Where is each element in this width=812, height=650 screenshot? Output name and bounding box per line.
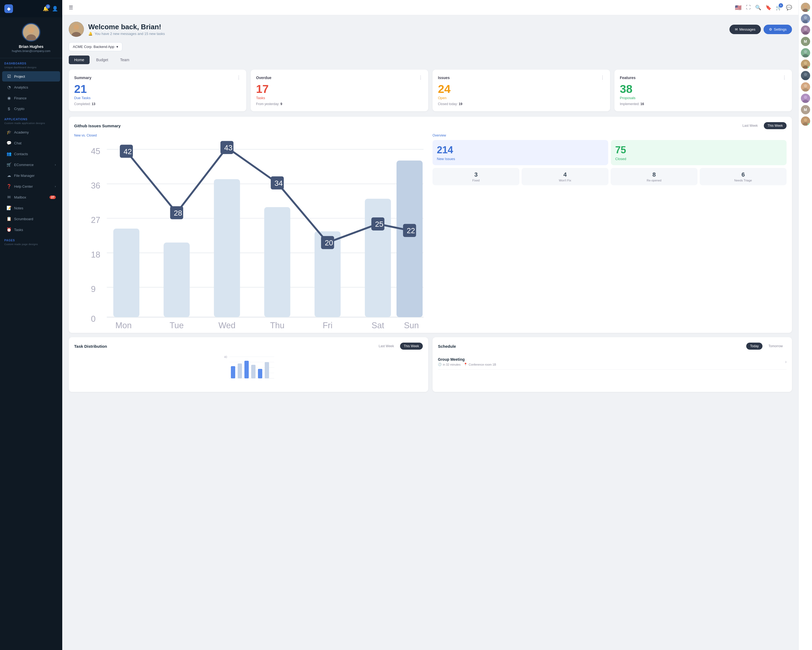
sidebar-item-label: Mailbox [14, 195, 26, 199]
sidebar-item-finance[interactable]: ◉ Finance [2, 93, 60, 103]
messages-button[interactable]: ✉ Messages [730, 24, 761, 34]
right-avatar-bar: M M [798, 0, 812, 650]
search-button[interactable]: 🔍 [755, 5, 761, 11]
right-avatar-m1[interactable]: M [801, 37, 810, 46]
issues-card: Issues ⋮ 24 Open Closed today: 19 [432, 70, 610, 111]
tab-team[interactable]: Team [115, 55, 135, 64]
card-title: Features [620, 76, 635, 80]
sidebar-item-crypto[interactable]: $ Crypto [2, 104, 60, 114]
task-last-week-button[interactable]: Last Week [375, 343, 398, 350]
features-label: Proposals [620, 96, 786, 100]
location-icon: 📍 [464, 362, 467, 366]
overdue-card: Overdue ⋮ 17 Tasks From yesterday: 9 [250, 70, 428, 111]
language-flag[interactable]: 🇺🇸 [735, 5, 742, 11]
right-avatar-5[interactable] [801, 48, 810, 57]
sidebar-item-label: ECommerce [14, 163, 34, 167]
app-logo[interactable]: ◆ [4, 5, 13, 13]
card-menu-button[interactable]: ⋮ [600, 75, 605, 80]
svg-point-65 [804, 28, 807, 31]
right-avatar-3[interactable] [801, 26, 810, 35]
card-menu-button[interactable]: ⋮ [782, 75, 786, 80]
svg-point-4 [73, 24, 79, 30]
bookmark-button[interactable]: 🔖 [765, 5, 771, 11]
tab-budget[interactable]: Budget [91, 55, 113, 64]
svg-rect-54 [244, 361, 249, 378]
right-avatar-8[interactable] [801, 82, 810, 92]
summary-sub: Completed: 13 [74, 102, 241, 106]
lower-row: Task Distribution Last Week This Week 40 [69, 337, 792, 392]
issues-label: Open [438, 96, 605, 100]
schedule-time: 🕐 in 32 minutes [438, 362, 460, 366]
fullscreen-button[interactable]: ⛶ [746, 5, 751, 10]
right-avatar-7[interactable] [801, 71, 810, 80]
right-avatar-1[interactable] [801, 3, 810, 12]
sidebar-item-label: Finance [14, 96, 26, 100]
issues-number: 24 [438, 83, 605, 95]
sidebar-item-mailbox[interactable]: ✉ Mailbox 27 [2, 192, 60, 202]
sidebar-item-analytics[interactable]: ◔ Analytics [2, 82, 60, 92]
svg-rect-20 [214, 179, 240, 317]
features-card: Features ⋮ 38 Proposals Implemented: 16 [614, 70, 792, 111]
academy-icon: 🎓 [6, 130, 11, 135]
sidebar-item-scrumboard[interactable]: 📋 Scrumboard [2, 214, 60, 224]
card-menu-button[interactable]: ⋮ [418, 75, 423, 80]
sidebar-item-contacts[interactable]: 👥 Contacts [2, 149, 60, 159]
svg-point-77 [804, 84, 807, 87]
this-week-button[interactable]: This Week [764, 122, 786, 129]
sidebar-item-tasks[interactable]: ⏰ Tasks [2, 225, 60, 235]
sidebar-item-filemanager[interactable]: ☁ File Manager [2, 170, 60, 180]
schedule-panel: Schedule Today Tomorrow Group Meeting 🕐 … [432, 337, 792, 392]
applications-sub: Custom made application designs [0, 122, 62, 127]
user-icon[interactable]: 👤 [52, 6, 58, 12]
triage-number: 6 [702, 171, 785, 178]
right-avatar-m2[interactable]: M [801, 105, 810, 114]
sidebar-item-project[interactable]: ☑ Project [2, 71, 60, 81]
wontfix-stat: 4 Won't Fix [522, 168, 609, 185]
notifications-button[interactable]: 🔔 3 [43, 6, 49, 12]
scrumboard-icon: 📋 [6, 216, 11, 221]
sidebar-item-label: Chat [14, 141, 21, 145]
sidebar-item-label: Notes [14, 206, 23, 210]
wontfix-label: Won't Fix [524, 179, 606, 182]
chevron-right-icon: › [55, 185, 56, 188]
tab-home[interactable]: Home [69, 55, 90, 64]
right-avatar-6[interactable] [801, 60, 810, 69]
tomorrow-button[interactable]: Tomorrow [765, 343, 786, 350]
github-stats-side: Overview 214 New Issues 75 Closed [432, 133, 786, 327]
schedule-arrow-button[interactable]: › [785, 359, 786, 364]
right-avatar-11[interactable] [801, 116, 810, 126]
sidebar-item-ecommerce[interactable]: 🛒 ECommerce › [2, 159, 60, 170]
notes-icon: 📝 [6, 206, 11, 210]
task-this-week-button[interactable]: This Week [400, 343, 423, 350]
welcome-section: Welcome back, Brian! 🔔 You have 2 new me… [69, 22, 792, 37]
right-avatar-9[interactable] [801, 94, 810, 103]
svg-text:28: 28 [174, 209, 182, 217]
app-dropdown[interactable]: ACME Corp. Backend App ▾ [69, 42, 122, 51]
sidebar-item-chat[interactable]: 💬 Chat [2, 138, 60, 148]
card-menu-button[interactable]: ⋮ [237, 75, 241, 80]
sidebar-item-academy[interactable]: 🎓 Academy [2, 127, 60, 137]
svg-text:40: 40 [224, 356, 227, 359]
today-button[interactable]: Today [746, 343, 762, 350]
sidebar-item-notes[interactable]: 📝 Notes [2, 203, 60, 213]
task-distribution-chart: 40 [74, 354, 423, 387]
user-name: Brian Hughes [19, 44, 43, 49]
settings-button[interactable]: ⚙ Settings [763, 24, 792, 34]
schedule-item: Group Meeting 🕐 in 32 minutes 📍 Conferen… [438, 354, 786, 370]
svg-text:Mon: Mon [115, 321, 131, 330]
clock-icon: 🕐 [438, 362, 442, 366]
svg-rect-19 [163, 243, 189, 317]
message-button[interactable]: 💬 [786, 5, 792, 11]
sidebar-item-helpcenter[interactable]: ❓ Help Center › [2, 181, 60, 191]
app-selector: ACME Corp. Backend App ▾ [69, 42, 792, 51]
menu-button[interactable]: ☰ [69, 5, 73, 11]
right-avatar-2[interactable] [801, 14, 810, 23]
schedule-location: 📍 Conference room 1B [464, 362, 496, 366]
cart-button[interactable]: 🛒 5 [776, 5, 782, 11]
svg-point-83 [804, 118, 807, 122]
settings-icon: ⚙ [769, 28, 772, 31]
svg-text:45: 45 [91, 147, 100, 156]
last-week-button[interactable]: Last Week [739, 122, 762, 129]
task-distribution-panel: Task Distribution Last Week This Week 40 [69, 337, 428, 392]
svg-text:43: 43 [224, 144, 232, 152]
